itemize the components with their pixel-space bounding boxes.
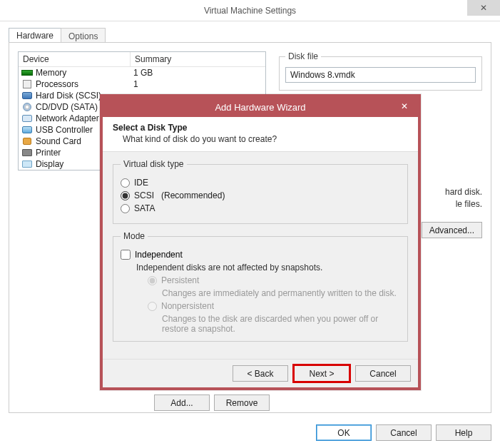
ok-button[interactable]: OK <box>316 424 372 441</box>
add-button[interactable]: Add... <box>154 394 210 411</box>
device-name: Memory <box>36 68 131 78</box>
wizard-header: Select a Disk Type What kind of disk do … <box>103 117 418 152</box>
wizard-heading: Select a Disk Type <box>113 123 408 133</box>
persistent-note: Changes are immediately and permanently … <box>162 288 400 298</box>
independent-checkbox[interactable]: Independent <box>121 250 400 260</box>
wizard-cancel-button[interactable]: Cancel <box>355 365 411 382</box>
network-icon <box>21 113 33 123</box>
mode-group: Mode Independent Independent disks are n… <box>113 231 408 342</box>
help-button[interactable]: Help <box>436 424 491 441</box>
radio-scsi-input[interactable] <box>121 191 130 200</box>
dialog-footer: OK Cancel Help <box>316 424 491 441</box>
device-row-processors[interactable]: Processors 1 <box>19 78 265 90</box>
window-close-button[interactable]: ✕ <box>467 0 500 16</box>
tab-hardware[interactable]: Hardware <box>9 28 61 43</box>
usb-icon <box>21 125 33 135</box>
remove-button[interactable]: Remove <box>214 394 270 411</box>
wizard-title: Add Hardware Wizard <box>215 102 305 113</box>
disk-type-legend: Virtual disk type <box>121 159 187 169</box>
device-summary: 1 <box>133 79 138 89</box>
diskfile-group: Disk file <box>279 51 482 91</box>
diskfile-input[interactable] <box>285 67 476 83</box>
device-list-header: Device Summary <box>19 52 265 67</box>
radio-scsi-label: SCSI <box>134 190 154 200</box>
memory-icon <box>21 68 33 78</box>
diskfile-label: Disk file <box>285 51 321 61</box>
independent-checkbox-input[interactable] <box>121 250 131 260</box>
close-icon: ✕ <box>480 3 487 13</box>
radio-persistent: Persistent <box>148 275 400 285</box>
wizard-titlebar[interactable]: Add Hardware Wizard ✕ <box>103 97 418 117</box>
display-icon <box>21 159 33 169</box>
wizard-back-button[interactable]: < Back <box>233 365 288 382</box>
cd-icon <box>21 102 33 112</box>
device-name: Processors <box>36 79 131 89</box>
radio-nonpersistent: Nonpersistent <box>148 301 400 311</box>
radio-nonpersistent-input <box>148 302 157 311</box>
radio-sata-label: SATA <box>134 203 155 213</box>
scsi-recommended: (Recommended) <box>161 190 225 200</box>
printer-icon <box>21 148 33 158</box>
independent-note: Independent disks are not affected by sn… <box>136 263 400 273</box>
device-buttons: Add... Remove <box>154 394 270 411</box>
harddisk-icon <box>21 91 33 101</box>
wizard-next-button[interactable]: Next > <box>294 365 350 382</box>
radio-sata-input[interactable] <box>121 204 130 213</box>
wizard-footer: < Back Next > Cancel <box>103 359 418 387</box>
mode-legend: Mode <box>121 231 148 241</box>
sound-icon <box>21 136 33 146</box>
radio-persistent-input <box>148 276 157 285</box>
window-title: Virtual Machine Settings <box>204 6 296 16</box>
wizard-body: Virtual disk type IDE SCSI (Recommended)… <box>103 152 418 359</box>
col-summary[interactable]: Summary <box>131 52 265 66</box>
wizard-subheading: What kind of disk do you want to create? <box>123 134 408 144</box>
radio-nonpersistent-label: Nonpersistent <box>161 301 214 311</box>
advanced-button[interactable]: Advanced... <box>422 222 482 238</box>
device-summary: 1 GB <box>133 68 153 78</box>
radio-persistent-label: Persistent <box>161 275 199 285</box>
radio-sata[interactable]: SATA <box>121 203 400 213</box>
radio-scsi[interactable]: SCSI (Recommended) <box>121 190 400 200</box>
col-device[interactable]: Device <box>19 52 131 66</box>
close-icon: ✕ <box>401 101 408 111</box>
tab-options[interactable]: Options <box>61 28 106 43</box>
tab-strip: Hardware Options <box>9 28 491 43</box>
radio-ide-input[interactable] <box>121 178 130 188</box>
radio-ide-label: IDE <box>134 178 148 188</box>
independent-label: Independent <box>135 250 183 260</box>
cpu-icon <box>21 79 33 89</box>
radio-ide[interactable]: IDE <box>121 178 400 188</box>
device-row-memory[interactable]: Memory 1 GB <box>19 67 265 78</box>
window-titlebar: Virtual Machine Settings ✕ <box>0 0 500 21</box>
nonpersistent-note: Changes to the disk are discarded when y… <box>162 314 400 334</box>
add-hardware-wizard: Add Hardware Wizard ✕ Select a Disk Type… <box>100 94 421 390</box>
disk-type-group: Virtual disk type IDE SCSI (Recommended)… <box>113 159 408 224</box>
cancel-button[interactable]: Cancel <box>376 424 432 441</box>
wizard-close-button[interactable]: ✕ <box>394 99 415 113</box>
